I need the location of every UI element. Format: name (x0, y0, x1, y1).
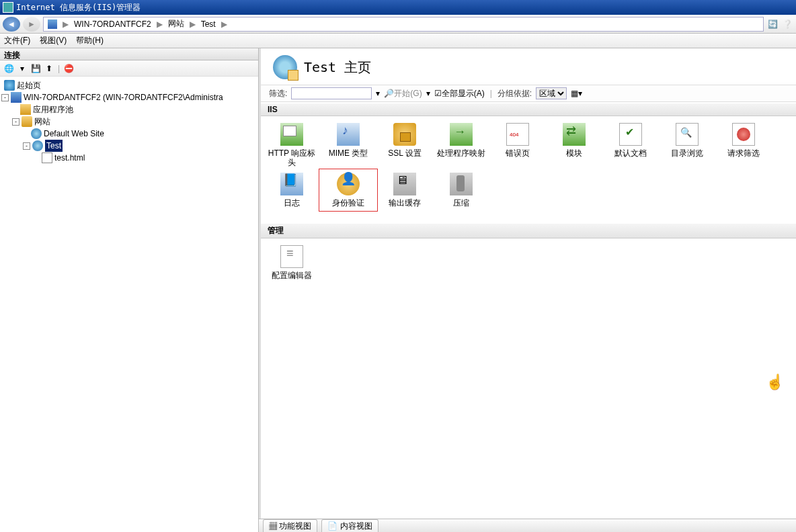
feature-directory-browsing[interactable]: 目录浏览 (659, 120, 715, 170)
breadcrumb-server[interactable]: WIN-7ORDANTFCF2 (74, 19, 151, 29)
error-icon (506, 123, 529, 146)
sites-icon (22, 116, 32, 127)
menu-help[interactable]: 帮助(H) (76, 35, 104, 46)
window-title: Internet 信息服务(IIS)管理器 (16, 2, 141, 13)
chevron-right-icon: ▶ (218, 19, 230, 29)
connections-tree[interactable]: 起始页 - WIN-7ORDANTFCF2 (WIN-7ORDANTFCF2\A… (0, 77, 258, 532)
save-icon[interactable]: 💾 (30, 62, 42, 75)
site-icon (273, 55, 297, 79)
breadcrumb-sites[interactable]: 网站 (168, 18, 184, 30)
filter-input[interactable] (291, 87, 372, 99)
feature-compression[interactable]: 压缩 (433, 170, 489, 210)
handler-icon (450, 123, 473, 146)
feature-modules[interactable]: 模块 (546, 120, 602, 170)
feature-logging[interactable]: 日志 (264, 170, 320, 210)
compress-icon (450, 173, 473, 195)
tab-content-view[interactable]: 📄 内容视图 (321, 519, 378, 533)
page-title: Test 主页 (304, 58, 371, 77)
connections-toolbar: 🌐 ▾ 💾 ⬆ | ⛔ (0, 60, 258, 77)
globe-icon (31, 128, 42, 139)
go-button[interactable]: 🔎开始(G) (384, 88, 422, 99)
chevron-right-icon: ▶ (60, 19, 71, 29)
collapse-icon[interactable]: - (12, 118, 19, 126)
page-icon (42, 152, 52, 163)
group-header-management: 管理 (261, 224, 796, 238)
home-icon (4, 80, 15, 91)
separator: | (56, 64, 61, 73)
menu-view[interactable]: 视图(V) (40, 35, 67, 46)
log-icon (280, 173, 303, 195)
request-filter-icon (732, 123, 755, 146)
breadcrumb[interactable]: ▶ WIN-7ORDANTFCF2 ▶ 网站 ▶ Test ▶ (43, 17, 764, 32)
tree-test-site[interactable]: - Test (1, 140, 257, 152)
back-button[interactable]: ◄ (3, 17, 20, 32)
iis-feature-grid: HTTP 响应标头 MIME 类型 SSL 设置 处理程序映射 错误页 模块 默… (261, 116, 796, 214)
auth-icon (337, 173, 360, 195)
chevron-right-icon: ▶ (187, 19, 198, 29)
dropdown-icon[interactable]: ▾ (426, 89, 430, 98)
tree-selected-label: Test (45, 140, 63, 152)
ssl-icon (393, 123, 416, 146)
showall-button[interactable]: ☑全部显示(A) (434, 88, 485, 99)
feature-handler-mappings[interactable]: 处理程序映射 (433, 120, 489, 170)
tab-features-view[interactable]: ▦ 功能视图 (263, 519, 317, 533)
filter-toolbar: 筛选: ▾ 🔎开始(G) ▾ ☑全部显示(A) | 分组依据: 区域 ▦▾ (261, 85, 796, 102)
groupby-label: 分组依据: (497, 88, 532, 99)
breadcrumb-site[interactable]: Test (201, 19, 216, 29)
dir-browse-icon (676, 123, 699, 146)
app-pool-icon (20, 104, 31, 115)
modules-icon (563, 123, 586, 146)
feature-authentication[interactable]: 身份验证 (320, 170, 376, 210)
content-header: Test 主页 (261, 48, 796, 85)
management-feature-grid: 配置编辑器 (261, 238, 796, 287)
group-header-iis: IIS (261, 103, 796, 116)
default-doc-icon (619, 123, 642, 146)
feature-error-pages[interactable]: 错误页 (489, 120, 546, 170)
feature-ssl-settings[interactable]: SSL 设置 (376, 120, 433, 170)
tree-sites[interactable]: - 网站 (1, 116, 257, 128)
feature-config-editor[interactable]: 配置编辑器 (264, 242, 320, 283)
feature-output-caching[interactable]: 输出缓存 (376, 170, 433, 210)
dropdown-icon[interactable]: ▾ (376, 89, 380, 98)
connections-header: 连接 (0, 48, 258, 60)
menu-file[interactable]: 文件(F) (4, 35, 30, 46)
server-icon (48, 19, 57, 29)
stop-icon[interactable]: ⛔ (63, 62, 75, 75)
forward-button[interactable]: ► (23, 17, 40, 32)
collapse-icon[interactable]: - (1, 94, 9, 101)
tree-start-page[interactable]: 起始页 (1, 79, 257, 91)
tree-app-pools[interactable]: 应用程序池 (1, 103, 257, 116)
app-icon (3, 2, 13, 13)
separator: | (489, 89, 493, 98)
http-headers-icon (280, 123, 303, 146)
help-button[interactable]: ❔ (781, 18, 793, 30)
tree-server[interactable]: - WIN-7ORDANTFCF2 (WIN-7ORDANTFCF2\Admin… (1, 91, 257, 103)
up-icon[interactable]: ⬆ (43, 62, 55, 75)
connections-panel: 连接 🌐 ▾ 💾 ⬆ | ⛔ 起始页 - WIN-7ORDANTFCF2 (WI… (0, 48, 259, 532)
feature-request-filtering[interactable]: 请求筛选 (715, 120, 772, 170)
groupby-select[interactable]: 区域 (536, 87, 567, 99)
config-editor-icon (280, 245, 303, 268)
collapse-icon[interactable]: - (23, 142, 30, 150)
nav-toolbar: ◄ ► ▶ WIN-7ORDANTFCF2 ▶ 网站 ▶ Test ▶ 🔄 ❔ (0, 15, 796, 34)
filter-label: 筛选: (269, 88, 287, 99)
mime-icon (337, 123, 360, 146)
bottom-tabs: ▦ 功能视图 📄 内容视图 (259, 519, 796, 532)
content-panel: Test 主页 筛选: ▾ 🔎开始(G) ▾ ☑全部显示(A) | 分组依据: … (259, 48, 796, 532)
chevron-right-icon: ▶ (154, 19, 165, 29)
tree-test-file[interactable]: test.html (1, 152, 257, 164)
cache-icon (393, 173, 416, 195)
tree-default-site[interactable]: Default Web Site (1, 128, 257, 140)
connect-icon[interactable]: 🌐 (3, 62, 15, 75)
feature-http-headers[interactable]: HTTP 响应标头 (264, 120, 320, 170)
server-icon (11, 92, 22, 103)
menu-bar: 文件(F) 视图(V) 帮助(H) (0, 34, 796, 48)
globe-icon (32, 140, 43, 151)
view-mode-icon[interactable]: ▦▾ (571, 89, 582, 98)
refresh-button[interactable]: 🔄 (766, 18, 779, 30)
dropdown-icon[interactable]: ▾ (16, 62, 28, 75)
feature-mime-types[interactable]: MIME 类型 (320, 120, 376, 170)
feature-default-document[interactable]: 默认文档 (602, 120, 659, 170)
cursor-icon: ☝️ (766, 373, 784, 391)
window-titlebar: Internet 信息服务(IIS)管理器 (0, 0, 796, 15)
